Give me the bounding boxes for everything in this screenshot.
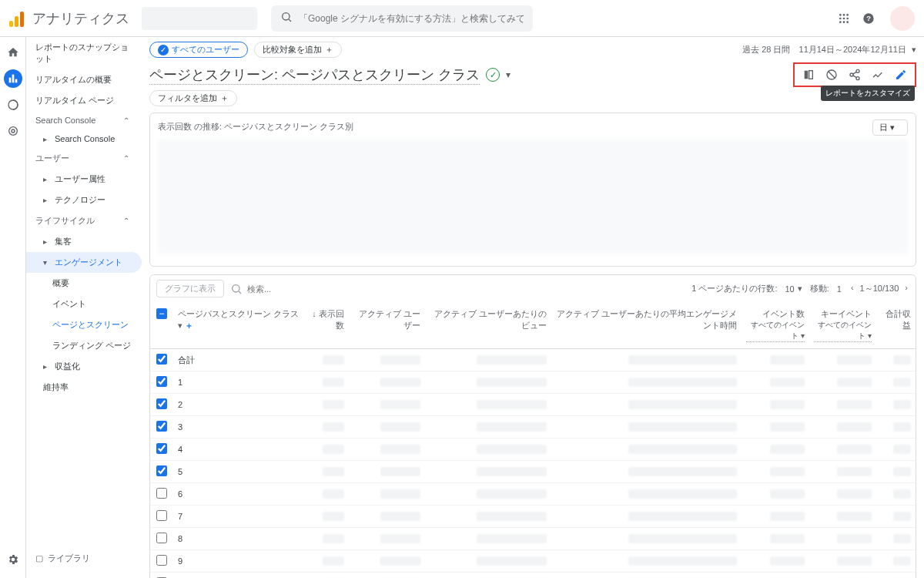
nav-pages-screens[interactable]: ページとスクリーン [26, 314, 142, 335]
svg-point-22 [850, 73, 853, 76]
home-icon[interactable] [4, 43, 22, 62]
page-range: 1～10/130 [859, 283, 901, 294]
search-field[interactable] [271, 5, 533, 32]
select-all-checkbox[interactable]: − [156, 308, 167, 319]
chart-body [158, 139, 908, 254]
compare-icon[interactable] [801, 67, 816, 82]
help-icon[interactable]: ? [859, 9, 878, 28]
row-checkbox[interactable] [156, 421, 167, 432]
insights-icon[interactable] [870, 67, 886, 82]
svg-point-1 [839, 14, 842, 16]
chevron-down-icon[interactable]: ▾ [506, 69, 511, 80]
row-checkbox[interactable] [156, 510, 167, 521]
apps-icon[interactable] [835, 9, 853, 28]
reports-icon[interactable] [4, 69, 22, 88]
col-dimension[interactable]: ページパスとスクリーン クラス ▾ ＋ [173, 302, 304, 349]
svg-rect-18 [805, 71, 808, 79]
share-icon[interactable] [847, 67, 862, 82]
prev-page-icon[interactable]: ‹ [849, 283, 855, 294]
table-search-input[interactable] [247, 284, 340, 294]
edit-pencil-icon[interactable] [893, 67, 909, 82]
chart-title: 表示回数 の推移: ページパスとスクリーン クラス別 [158, 121, 908, 133]
row-index: 7 [173, 506, 304, 528]
col-views-per-user[interactable]: アクティブ ユーザーあたりのビュー [425, 302, 551, 349]
svg-point-9 [846, 21, 849, 23]
svg-point-2 [843, 14, 845, 16]
topbar: アナリティクス ? [0, 0, 924, 37]
avatar[interactable] [890, 6, 915, 31]
col-event-count[interactable]: イベント数すべてのイベント ▾ [742, 302, 808, 349]
library-icon: ▢ [35, 553, 43, 563]
status-check-icon[interactable]: ✓ [486, 68, 500, 82]
nav-overview[interactable]: 概要 [26, 273, 142, 294]
svg-point-6 [846, 17, 849, 19]
tooltip-customize: レポートをカスタマイズ [821, 86, 915, 101]
nav-snapshot[interactable]: レポートのスナップショット [26, 37, 142, 69]
goto-select[interactable]: 1 [837, 284, 842, 294]
nav-library[interactable]: ▢ライブラリ [26, 548, 99, 569]
nav-acquisition[interactable]: ▸集客 [26, 231, 142, 252]
admin-gear-icon[interactable] [4, 550, 22, 569]
chip-all-users[interactable]: ✓すべてのユーザー [149, 42, 248, 58]
svg-point-24 [233, 284, 239, 291]
nav-section-lifecycle[interactable]: ライフサイクル⌃ [26, 210, 142, 231]
draw-chart-button[interactable]: グラフに表示 [156, 280, 224, 297]
ga-logo-icon [9, 10, 26, 27]
col-active-users[interactable]: アクティブ ユーザー [349, 302, 425, 349]
rows-per-page-select[interactable]: 10 ▾ [785, 284, 802, 294]
col-views[interactable]: ↓ 表示回数 [304, 302, 349, 349]
nav-section-user[interactable]: ユーザー⌃ [26, 148, 142, 169]
row-checkbox[interactable] [156, 555, 167, 566]
row-index: 3 [173, 416, 304, 439]
chart-card: 表示回数 の推移: ページパスとスクリーン クラス別 日 ▾ [149, 113, 916, 267]
search-input[interactable] [299, 13, 524, 24]
svg-rect-19 [809, 71, 813, 79]
nav-section-search-console[interactable]: Search Console⌃ [26, 111, 142, 129]
date-range[interactable]: 過去 28 日間 11月14日～2024年12月11日 ▾ [742, 44, 916, 55]
row-checkbox[interactable] [156, 465, 167, 476]
chip-add-compare[interactable]: 比較対象を追加＋ [254, 42, 342, 58]
row-checkbox[interactable] [156, 443, 167, 454]
svg-rect-13 [12, 75, 14, 83]
next-page-icon[interactable]: › [903, 283, 909, 294]
table-search[interactable] [230, 283, 340, 295]
row-checkbox[interactable] [156, 533, 167, 543]
rows-per-page-label: 1 ページあたりの行数: [691, 283, 777, 294]
chip-add-filter[interactable]: フィルタを追加＋ [149, 90, 237, 106]
advertising-icon[interactable] [4, 122, 22, 140]
no-data-icon[interactable] [824, 67, 839, 82]
row-checkbox[interactable] [156, 488, 167, 499]
nav-tech[interactable]: ▸テクノロジー [26, 190, 142, 210]
nav-events[interactable]: イベント [26, 294, 142, 314]
row-checkbox[interactable] [156, 354, 167, 365]
col-avg-engagement[interactable]: アクティブ ユーザーあたりの平均エンゲージメント時間 [551, 302, 742, 349]
col-key-events[interactable]: キーイベントすべてのイベント ▾ [809, 302, 876, 349]
row-index: 1 [173, 371, 304, 394]
goto-label: 移動: [810, 283, 829, 294]
main-content: ✓すべてのユーザー 比較対象を追加＋ 過去 28 日間 11月14日～2024年… [142, 37, 924, 578]
action-highlight-box: レポートをカスタマイズ [793, 62, 916, 87]
nav-search-console[interactable]: ▸Search Console [26, 129, 142, 148]
nav-user-attr[interactable]: ▸ユーザー属性 [26, 169, 142, 190]
search-icon [280, 11, 293, 25]
row-checkbox[interactable] [156, 376, 167, 387]
col-revenue[interactable]: 合計収益 [876, 302, 916, 349]
svg-point-0 [283, 13, 290, 20]
svg-text:?: ? [866, 15, 871, 22]
svg-point-4 [839, 17, 842, 19]
row-checkbox[interactable] [156, 398, 167, 409]
nav-monetization[interactable]: ▸収益化 [26, 356, 142, 377]
total-label: 合計 [173, 349, 304, 371]
row-index: 10 [173, 573, 304, 579]
nav-realtime-pages[interactable]: リアルタイム ページ [26, 90, 142, 111]
nav-engagement[interactable]: ▾エンゲージメント [26, 252, 142, 273]
row-index: 8 [173, 528, 304, 550]
left-nav: レポートのスナップショット リアルタイムの概要 リアルタイム ページ Searc… [26, 37, 142, 578]
nav-retention[interactable]: 維持率 [26, 377, 142, 398]
property-selector[interactable] [142, 7, 257, 30]
nav-realtime-overview[interactable]: リアルタイムの概要 [26, 69, 142, 90]
row-index: 4 [173, 439, 304, 461]
explore-icon[interactable] [4, 96, 22, 114]
nav-landing[interactable]: ランディング ページ [26, 335, 142, 356]
granularity-select[interactable]: 日 ▾ [872, 119, 908, 136]
